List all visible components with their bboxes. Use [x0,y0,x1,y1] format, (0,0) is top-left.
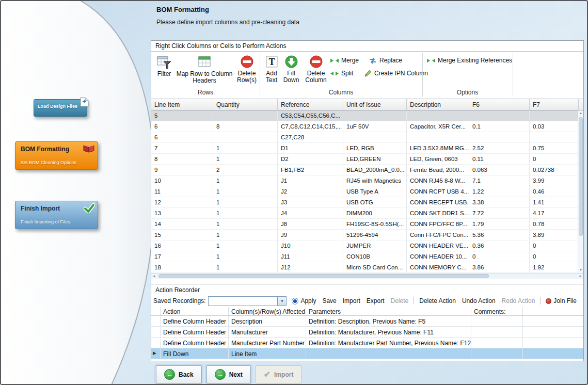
table-cell[interactable]: 18 [151,262,213,272]
table-cell[interactable]: 0 [530,240,579,251]
table-row[interactable]: 6C27,C28 [151,132,579,143]
table-cell[interactable]: 3.99 [530,175,579,186]
table-cell[interactable] [530,110,579,121]
action-cell[interactable] [306,348,471,359]
map-row-to-column-headers-button[interactable]: Map Row to Column Headers [175,55,234,84]
apply-label[interactable]: Apply [300,297,316,304]
action-cell[interactable] [523,327,583,337]
table-cell[interactable]: 0.46 [530,186,579,197]
export-recording-link[interactable]: Export [367,297,385,304]
table-cell[interactable]: RJ45 with Magnetics [343,175,407,186]
action-cell[interactable]: Definition: Description, Previous Name: … [306,316,471,326]
table-cell[interactable]: 1.92 [530,262,579,272]
table-cell[interactable]: CONN RECEPT USB... [407,197,469,207]
action-cell[interactable]: Description [229,316,306,326]
table-cell[interactable]: 9 [151,165,213,175]
scroll-left-icon[interactable]: ◄ [151,274,157,279]
replace-button[interactable]: Replace [369,57,402,64]
table-cell[interactable]: 0.063 [469,165,530,175]
table-cell[interactable]: Ferrite Bead, 2000... [407,165,469,175]
table-cell[interactable]: 1 [213,219,278,229]
table-cell[interactable] [530,132,579,142]
table-cell[interactable]: 0.02738 [530,165,579,175]
table-cell[interactable] [407,110,469,121]
table-cell[interactable]: LED 3.5X2.8MM RG... [407,143,469,153]
table-cell[interactable]: 1 [213,262,278,272]
table-cell[interactable] [407,132,469,142]
table-cell[interactable]: J2 [278,186,343,197]
action-row[interactable]: Define Column HeaderManufacturer Part Nu… [151,338,583,348]
table-cell[interactable]: 5 [151,110,213,121]
action-cell[interactable]: Define Column Header [161,316,229,326]
table-cell[interactable]: CONN SKT DDR1 S... [407,208,469,218]
table-cell[interactable]: 1 [213,230,278,240]
import-recording-link[interactable]: Import [343,297,360,304]
wizard-step-bom-formatting[interactable]: BOM Formatting Set BOM Cleaning Options [15,141,98,170]
table-row[interactable]: 68C7,C8,C12,C14,C15,...1uF 50VCapacitor,… [151,121,579,132]
table-cell[interactable]: 1 [213,175,278,186]
table-cell[interactable]: 0.03 [530,121,579,132]
table-cell[interactable]: Conn FFC/FPC Con... [407,230,469,240]
table-cell[interactable]: 2 [213,165,278,175]
action-cell[interactable]: Manufacturer Part Number [229,338,306,348]
table-cell[interactable]: 2.52 [469,143,530,153]
apply-radio[interactable] [292,298,298,304]
action-cell[interactable] [471,338,523,348]
table-cell[interactable]: J1 [278,175,343,186]
column-header-description[interactable]: Description [407,99,469,110]
delete-rows-button[interactable]: Delete Row(s) [235,55,258,84]
next-button[interactable]: → Next [206,365,251,383]
table-cell[interactable]: USB Type A [343,186,407,197]
table-cell[interactable]: DIMM200 [343,208,407,218]
table-cell[interactable]: 0 [530,251,579,262]
table-cell[interactable]: 12 [151,197,213,207]
table-cell[interactable]: 7 [151,143,213,153]
panel-splitter[interactable]: ····· [151,279,583,284]
table-cell[interactable]: C53,C54,C55,C56,C... [278,110,343,121]
action-cell[interactable]: Define Column Header [161,327,229,337]
table-cell[interactable]: J11 [278,251,343,262]
column-header-quantity[interactable]: Quantity [213,99,278,110]
table-cell[interactable]: D2 [278,154,343,164]
action-cell[interactable]: Definition: Manufacturer, Previous Name:… [306,327,471,337]
join-file-link[interactable]: Join File [553,297,577,304]
table-row[interactable]: 81D2LED,GREENLED, Green, 06030.110 [151,154,579,165]
table-cell[interactable]: CONN HEADER VE... [407,240,469,251]
table-cell[interactable]: CON10B [343,251,407,262]
save-recording-link[interactable]: Save [322,297,336,304]
table-cell[interactable]: 1.41 [530,197,579,207]
table-cell[interactable]: CONN RCPT USB 4... [407,186,469,197]
table-cell[interactable]: J12 [278,262,343,272]
current-row-marker[interactable]: ▶ [151,348,161,359]
action-cell[interactable] [523,338,583,348]
table-cell[interactable]: 1 [213,143,278,153]
table-cell[interactable]: C27,C28 [278,132,343,142]
table-cell[interactable]: FH19SC-8S-0.5SH(... [343,219,407,229]
action-cell[interactable]: Definition: Manufacturer Part Number, Pr… [306,338,471,348]
table-cell[interactable]: FB1,FB2 [278,165,343,175]
table-cell[interactable]: 5.36 [469,230,530,240]
table-cell[interactable]: USB OTG [343,197,407,207]
table-cell[interactable] [213,132,278,142]
action-row[interactable]: ▶Fill DownLine Item [151,348,583,359]
column-header-f6[interactable]: F6 [469,99,530,110]
table-cell[interactable]: 4.17 [530,208,579,218]
table-cell[interactable]: 15 [151,230,213,240]
vertical-scroll-thumb[interactable] [579,117,583,236]
table-row[interactable]: 92FB1,FB2BEAD_2000mA_0.0...Ferrite Bead,… [151,165,579,175]
vertical-scrollbar[interactable]: ▲ ▼ [578,110,583,273]
table-cell[interactable]: 1 [213,197,278,207]
horizontal-scroll-thumb[interactable] [158,274,489,278]
action-cell[interactable] [523,316,583,326]
scroll-up-icon[interactable]: ▲ [578,110,583,116]
table-cell[interactable]: 17 [151,251,213,262]
table-cell[interactable]: 1.79 [469,219,530,229]
table-cell[interactable]: 51296-4594 [343,230,407,240]
table-row[interactable]: 151J951296-4594Conn FFC/FPC Con...5.363.… [151,230,579,240]
table-row[interactable]: 111J2USB Type ACONN RCPT USB 4...1.220.4… [151,186,579,197]
table-cell[interactable]: J9 [278,230,343,240]
current-row-marker[interactable] [151,338,161,348]
table-row[interactable]: 121J3USB OTGCONN RECEPT USB...3.381.41 [151,197,579,208]
delete-action-link[interactable]: Delete Action [419,297,456,304]
table-cell[interactable]: 8 [151,154,213,164]
